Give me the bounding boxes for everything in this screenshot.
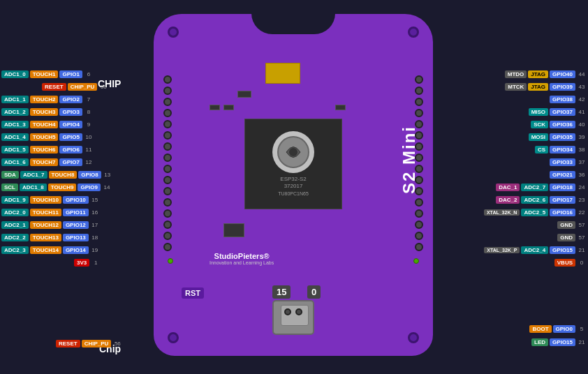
resistor-2: [223, 105, 234, 110]
resistor-1: [210, 105, 220, 110]
sda-tag: SDA: [1, 171, 19, 179]
pin-row-left-4: ADC1_2 TOUCH3 GPIO3 8: [1, 106, 112, 117]
gpio15-bottom-tag: GPIO15: [550, 338, 575, 346]
reset-bottom-tag: RESET: [56, 340, 80, 347]
pin-row-right-2: 43 GPIO39 JTAG MTCK: [484, 81, 587, 92]
adc1-5-tag: ADC1_5: [1, 146, 29, 154]
adc1-4-tag: ADC1_4: [1, 133, 29, 141]
chip-logo: [272, 131, 314, 173]
gpio37-tag: GPIO37: [550, 108, 575, 116]
scl-tag: SCL: [1, 184, 18, 191]
jtag-tag-2: JTAG: [528, 83, 548, 91]
mount-hole-tl: [168, 27, 179, 38]
mount-hole-bl: [168, 332, 179, 343]
pin13-num: 13: [103, 172, 112, 178]
left-pin-labels: ADC1_0 TOUCH1 GPIO1 6 RESET CHIP_PU 56 A…: [1, 68, 112, 269]
pin-row-left-7: ADC1_5 TOUCH6 GPIO6 11: [1, 144, 112, 155]
gpio21-tag: GPIO21: [550, 171, 575, 179]
boot-tag: BOOT: [529, 325, 551, 333]
gpio6-tag: GPIO6: [59, 146, 82, 154]
touch14-tag: TOUCH14: [30, 246, 61, 254]
3v3-tag: 3V3: [74, 259, 89, 267]
jtag-tag-1: JTAG: [528, 70, 548, 78]
board: ESP32-S2 372017 TU80PC1N65 S2 Mini Studi…: [154, 14, 433, 356]
pin23-num: 23: [577, 197, 587, 203]
touch7-tag: TOUCH7: [30, 158, 59, 166]
gpio18-tag: GPIO18: [550, 184, 575, 191]
gpio15-tag: GPIO15: [550, 246, 575, 254]
pin42-num: 42: [577, 96, 587, 103]
chip-pu-tag-left: CHIP_PU: [68, 83, 98, 91]
pin-row-right-13: 57 GND: [484, 219, 587, 230]
touch4-tag: TOUCH4: [30, 121, 59, 128]
touch6-tag: TOUCH6: [30, 146, 59, 154]
pin56-bottom-num: 56: [112, 341, 122, 347]
pin-row-left-3: ADC1_1 TOUCH2 GPIO2 7: [1, 94, 112, 105]
pin39-num: 39: [577, 134, 587, 140]
cs-tag: CS: [535, 146, 548, 154]
left-pin-holes: [163, 75, 172, 254]
adc1-3-tag: ADC1_3: [1, 121, 29, 128]
pin9-num: 9: [84, 121, 94, 128]
touch11-tag: TOUCH11: [30, 209, 61, 216]
gpio17-tag: GPIO17: [550, 196, 575, 204]
adc1-7-tag: ADC1_7: [20, 171, 47, 179]
pin44-num: 44: [577, 71, 587, 77]
rst-marker: RST: [182, 287, 204, 299]
gpio10-tag: GPIO10: [63, 196, 89, 204]
pin-row-left-1: ADC1_0 TOUCH1 GPIO1 6: [1, 68, 112, 80]
pin57a-num: 57: [577, 222, 587, 228]
xtal-n-tag: XTAL_32K_N: [484, 209, 520, 216]
pin-row-left-2: RESET CHIP_PU 56: [1, 81, 112, 92]
touch13-tag: TOUCH13: [30, 234, 61, 241]
pin-row-left-16: 3V3 1: [1, 257, 112, 268]
gpio3-tag: GPIO3: [59, 108, 82, 116]
bottom-gpio0-row: 5 GPIO0 BOOT: [529, 323, 587, 334]
cap-1: [237, 91, 251, 98]
pin-row-left-10: SCL ADC1_8 TOUCH9 GPIO9 14: [1, 181, 112, 193]
pin15-num: 15: [90, 197, 100, 203]
touch2-tag: TOUCH2: [30, 96, 59, 103]
pin21r-num: 21: [577, 247, 587, 253]
touch5-tag: TOUCH5: [30, 133, 59, 141]
gpio36-tag: GPIO36: [550, 121, 575, 128]
pin19-num: 19: [90, 247, 100, 253]
pin6-num: 6: [84, 71, 94, 77]
studio-label: StudioPieters® Innovation and Learning L…: [210, 252, 274, 265]
pin16-num: 16: [90, 209, 100, 216]
pin-row-right-1: 44 GPIO40 JTAG MTDO: [484, 68, 587, 80]
pin-row-left-5: ADC1_3 TOUCH4 GPIO4 9: [1, 119, 112, 130]
pin7-num: 7: [84, 96, 94, 103]
xtal-p-tag: XTAL_32K_P: [484, 247, 520, 253]
pin5-bottom-num: 5: [577, 326, 587, 332]
touch12-tag: TOUCH12: [30, 221, 61, 229]
pin14-num: 14: [102, 184, 112, 190]
gpio13-tag: GPIO13: [63, 234, 89, 241]
pin-row-right-12: 22 GPIO16 ADC2_5 XTAL_32K_N: [484, 207, 587, 218]
pin11-num: 11: [84, 147, 94, 153]
chip-text: ESP32-S2 372017 TU80PC1N65: [278, 176, 309, 197]
pin-row-right-8: 37 GPIO33: [484, 156, 587, 167]
gpio1-tag: GPIO1: [59, 70, 82, 78]
board-model-label: S2 Mini: [399, 126, 419, 194]
pin-row-right-9: 36 GPIO21: [484, 169, 587, 180]
gpio38-tag: GPIO38: [550, 96, 575, 103]
pin-row-left-12: ADC2_0 TOUCH11 GPIO11 16: [1, 207, 112, 218]
adc1-8-tag: ADC1_8: [20, 184, 47, 191]
adc1-1-tag: ADC1_1: [1, 96, 29, 103]
adc2-5-tag: ADC2_5: [521, 209, 548, 216]
pin10-num: 10: [84, 134, 94, 140]
pin12-num: 12: [84, 159, 94, 165]
pin-row-right-6: 39 GPIO35 MOSI: [484, 131, 587, 142]
mtck-tag: MTCK: [505, 83, 527, 91]
gpio12-tag: GPIO12: [63, 221, 89, 229]
pin0-marker: 0: [307, 285, 321, 299]
pin-row-right-14: 57 GND: [484, 232, 587, 243]
gpio35-tag: GPIO35: [550, 133, 575, 141]
pin17-num: 17: [90, 222, 100, 228]
pin56-num: 56: [98, 84, 108, 90]
pin-row-right-15: 21 GPIO15 ADC2_4 XTAL_32K_P: [484, 244, 587, 255]
gnd-tag-1: GND: [557, 221, 575, 229]
pin24-num: 24: [577, 184, 587, 190]
adc1-2-tag: ADC1_2: [1, 108, 29, 116]
